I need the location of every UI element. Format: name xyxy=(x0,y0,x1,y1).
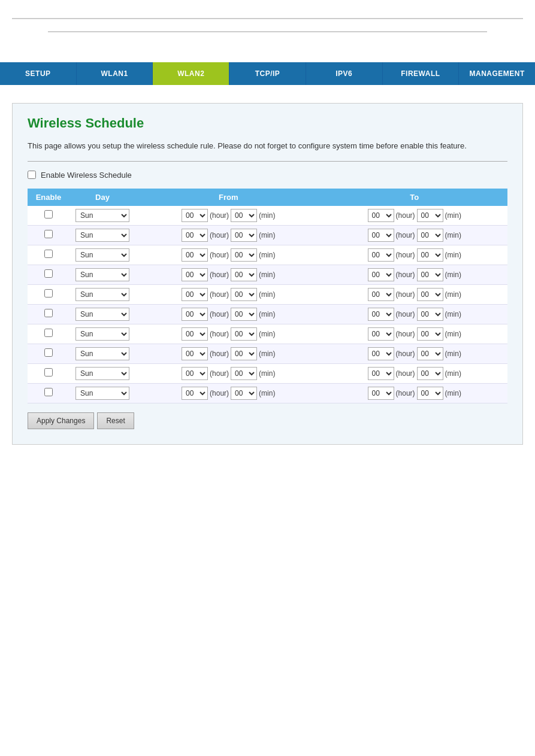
from-hour-8[interactable]: 0001020304050607080910111213141516171819… xyxy=(182,367,208,380)
to-min-0[interactable]: 00153045 xyxy=(417,209,443,222)
enable-wireless-schedule-checkbox[interactable] xyxy=(28,171,36,179)
nav-item-firewall[interactable]: FIREWALL xyxy=(383,62,460,85)
row-enable-checkbox-1[interactable] xyxy=(44,230,53,238)
to-min-label-4: (min) xyxy=(445,290,461,299)
day-select-5[interactable]: SunMonTueWedThuFriSat xyxy=(75,308,129,321)
from-min-0[interactable]: 00153045 xyxy=(231,209,257,222)
to-min-2[interactable]: 00153045 xyxy=(417,248,443,262)
from-min-1[interactable]: 00153045 xyxy=(231,229,257,242)
day-select-2[interactable]: SunMonTueWedThuFriSat xyxy=(75,248,129,262)
to-min-7[interactable]: 00153045 xyxy=(417,347,443,360)
from-hour-4[interactable]: 0001020304050607080910111213141516171819… xyxy=(182,288,208,301)
col-to: To xyxy=(322,189,508,206)
row-enable-checkbox-4[interactable] xyxy=(44,289,53,297)
from-min-5[interactable]: 00153045 xyxy=(231,308,257,321)
to-hour-3[interactable]: 0001020304050607080910111213141516171819… xyxy=(368,268,394,281)
row-enable-checkbox-5[interactable] xyxy=(44,309,53,317)
from-min-3[interactable]: 00153045 xyxy=(231,268,257,281)
from-hour-1[interactable]: 0001020304050607080910111213141516171819… xyxy=(182,229,208,242)
to-min-5[interactable]: 00153045 xyxy=(417,308,443,321)
day-select-8[interactable]: SunMonTueWedThuFriSat xyxy=(75,367,129,380)
from-hour-3[interactable]: 0001020304050607080910111213141516171819… xyxy=(182,268,208,281)
from-hour-2[interactable]: 0001020304050607080910111213141516171819… xyxy=(182,248,208,262)
row-enable-checkbox-2[interactable] xyxy=(44,250,53,258)
from-hour-5[interactable]: 0001020304050607080910111213141516171819… xyxy=(182,308,208,321)
to-time-cell-9: 0001020304050607080910111213141516171819… xyxy=(327,387,503,400)
nav-item-tcpip[interactable]: TCP/IP xyxy=(229,62,306,85)
to-hour-label-8: (hour) xyxy=(396,369,415,378)
to-hour-2[interactable]: 0001020304050607080910111213141516171819… xyxy=(368,248,394,262)
main-navbar: SETUPWLAN1WLAN2TCP/IPIPV6FIREWALLMANAGEM… xyxy=(0,62,535,85)
from-min-4[interactable]: 00153045 xyxy=(231,288,257,301)
from-min-2[interactable]: 00153045 xyxy=(231,248,257,262)
row-enable-checkbox-9[interactable] xyxy=(44,388,53,396)
day-select-3[interactable]: SunMonTueWedThuFriSat xyxy=(75,268,129,281)
row-enable-cell xyxy=(28,344,69,363)
nav-item-management[interactable]: MANAGEMENT xyxy=(459,62,535,85)
from-min-8[interactable]: 00153045 xyxy=(231,367,257,380)
row-enable-cell xyxy=(28,206,69,226)
to-min-4[interactable]: 00153045 xyxy=(417,288,443,301)
apply-changes-button[interactable]: Apply Changes xyxy=(28,412,94,429)
from-time-cell-1: 0001020304050607080910111213141516171819… xyxy=(140,229,317,242)
from-hour-label-8: (hour) xyxy=(210,369,229,378)
nav-item-wlan1[interactable]: WLAN1 xyxy=(77,62,153,85)
day-select-7[interactable]: SunMonTueWedThuFriSat xyxy=(75,347,129,360)
nav-item-ipv6[interactable]: IPV6 xyxy=(306,62,383,85)
row-enable-cell xyxy=(28,304,69,324)
to-hour-label-2: (hour) xyxy=(396,251,415,259)
enable-wireless-schedule-label: Enable Wireless Schedule xyxy=(41,171,132,180)
row-enable-checkbox-8[interactable] xyxy=(44,368,53,377)
row-enable-cell xyxy=(28,363,69,383)
to-min-9[interactable]: 00153045 xyxy=(417,387,443,400)
top-decorative-line xyxy=(12,18,523,19)
to-hour-5[interactable]: 0001020304050607080910111213141516171819… xyxy=(368,308,394,321)
to-hour-9[interactable]: 0001020304050607080910111213141516171819… xyxy=(368,387,394,400)
to-min-8[interactable]: 00153045 xyxy=(417,367,443,380)
row-enable-checkbox-6[interactable] xyxy=(44,329,53,337)
to-hour-0[interactable]: 0001020304050607080910111213141516171819… xyxy=(368,209,394,222)
day-select-6[interactable]: SunMonTueWedThuFriSat xyxy=(75,327,129,341)
day-select-0[interactable]: SunMonTueWedThuFriSat xyxy=(75,209,129,222)
to-min-3[interactable]: 00153045 xyxy=(417,268,443,281)
schedule-table: Enable Day From To SunMonTueWedThuFriSat… xyxy=(28,189,507,403)
to-hour-1[interactable]: 0001020304050607080910111213141516171819… xyxy=(368,229,394,242)
row-to-cell: 0001020304050607080910111213141516171819… xyxy=(322,344,508,363)
to-hour-7[interactable]: 0001020304050607080910111213141516171819… xyxy=(368,347,394,360)
to-min-label-1: (min) xyxy=(445,231,461,239)
from-min-label-0: (min) xyxy=(259,211,275,220)
row-to-cell: 0001020304050607080910111213141516171819… xyxy=(322,363,508,383)
to-min-6[interactable]: 00153045 xyxy=(417,327,443,341)
to-hour-6[interactable]: 0001020304050607080910111213141516171819… xyxy=(368,327,394,341)
to-min-label-2: (min) xyxy=(445,251,461,259)
from-hour-label-4: (hour) xyxy=(210,290,229,299)
row-day-cell: SunMonTueWedThuFriSat xyxy=(69,344,135,363)
row-enable-checkbox-0[interactable] xyxy=(44,210,53,218)
from-min-7[interactable]: 00153045 xyxy=(231,347,257,360)
to-min-1[interactable]: 00153045 xyxy=(417,229,443,242)
from-min-9[interactable]: 00153045 xyxy=(231,387,257,400)
day-select-1[interactable]: SunMonTueWedThuFriSat xyxy=(75,229,129,242)
row-from-cell: 0001020304050607080910111213141516171819… xyxy=(135,245,322,265)
from-hour-0[interactable]: 0001020304050607080910111213141516171819… xyxy=(182,209,208,222)
to-time-cell-4: 0001020304050607080910111213141516171819… xyxy=(327,288,503,301)
nav-item-setup[interactable]: SETUP xyxy=(0,62,77,85)
to-time-cell-1: 0001020304050607080910111213141516171819… xyxy=(327,229,503,242)
from-hour-7[interactable]: 0001020304050607080910111213141516171819… xyxy=(182,347,208,360)
to-hour-4[interactable]: 0001020304050607080910111213141516171819… xyxy=(368,288,394,301)
from-hour-9[interactable]: 0001020304050607080910111213141516171819… xyxy=(182,387,208,400)
nav-item-wlan2[interactable]: WLAN2 xyxy=(153,62,229,85)
to-hour-8[interactable]: 0001020304050607080910111213141516171819… xyxy=(368,367,394,380)
from-min-6[interactable]: 00153045 xyxy=(231,327,257,341)
day-select-4[interactable]: SunMonTueWedThuFriSat xyxy=(75,288,129,301)
from-hour-6[interactable]: 0001020304050607080910111213141516171819… xyxy=(182,327,208,341)
section-divider xyxy=(28,161,507,162)
row-from-cell: 0001020304050607080910111213141516171819… xyxy=(135,206,322,226)
day-select-9[interactable]: SunMonTueWedThuFriSat xyxy=(75,387,129,400)
to-min-label-0: (min) xyxy=(445,211,461,220)
from-min-label-3: (min) xyxy=(259,271,275,279)
reset-button[interactable]: Reset xyxy=(97,412,134,429)
row-enable-cell xyxy=(28,284,69,304)
row-enable-checkbox-7[interactable] xyxy=(44,348,53,357)
row-enable-checkbox-3[interactable] xyxy=(44,269,53,278)
